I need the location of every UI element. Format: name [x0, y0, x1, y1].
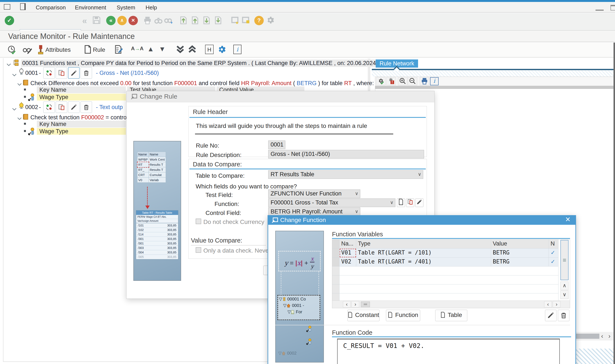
- empty-row[interactable]: [340, 285, 549, 293]
- move-down-button[interactable]: ▼: [159, 45, 166, 53]
- shortcut-button[interactable]: [242, 16, 250, 26]
- close-icon[interactable]: ×: [565, 215, 570, 224]
- control-field-select[interactable]: BETRG HR Payroll: Amount∨: [268, 208, 360, 216]
- translate-button[interactable]: A→A: [131, 46, 144, 52]
- data-check-checkbox[interactable]: [196, 247, 201, 253]
- edit-variable-button[interactable]: [545, 310, 557, 321]
- col-header-name[interactable]: Na...: [340, 240, 356, 248]
- empty-cell[interactable]: [549, 266, 559, 275]
- delete-rule-button[interactable]: [81, 101, 92, 113]
- find-next-button[interactable]: +: [164, 16, 173, 25]
- row-selector[interactable]: [332, 275, 340, 285]
- edit-document-button[interactable]: [114, 45, 123, 55]
- help-button[interactable]: ?: [254, 16, 264, 25]
- restore-button[interactable]: [611, 5, 615, 11]
- collapse-all-button[interactable]: [188, 45, 197, 55]
- row-selector[interactable]: [332, 293, 340, 300]
- system-menu-icon[interactable]: [4, 4, 10, 10]
- currency-checkbox[interactable]: [196, 219, 201, 224]
- copy-rule-button[interactable]: [56, 101, 67, 113]
- expand-all-button[interactable]: [176, 45, 185, 55]
- delete-variable-button[interactable]: [558, 310, 569, 321]
- back-button[interactable]: «: [106, 16, 116, 25]
- rule-no-field[interactable]: 0001: [268, 141, 285, 149]
- wage-type-item[interactable]: Wage Type: [37, 94, 126, 101]
- scroll-left-button[interactable]: ‹: [343, 301, 351, 308]
- empty-cell[interactable]: [549, 293, 559, 300]
- check-network-button[interactable]: [376, 77, 385, 85]
- find-button[interactable]: [154, 16, 163, 25]
- row-selector[interactable]: [332, 248, 340, 258]
- print-button[interactable]: [143, 16, 152, 26]
- test-field-select[interactable]: ZFUNCTION User Function∨: [268, 190, 360, 198]
- scroll-left-icon[interactable]: ‹: [601, 332, 603, 340]
- var-value-cell[interactable]: BETRG: [491, 248, 549, 258]
- change-function-titlebar[interactable]: Change Function ×: [268, 216, 575, 225]
- zoom-in-button[interactable]: [398, 77, 407, 85]
- var-checked-cell[interactable]: ✓: [549, 258, 559, 266]
- cancel-button[interactable]: ×: [128, 16, 138, 25]
- minimize-button[interactable]: [596, 10, 604, 11]
- empty-row[interactable]: [340, 266, 549, 275]
- scroll-up-button[interactable]: ∧: [560, 281, 569, 290]
- rule-description-field[interactable]: Gross - Net (/101-/560): [268, 150, 424, 158]
- scroll-right-icon[interactable]: ›: [608, 332, 611, 340]
- menu-help[interactable]: Help: [146, 4, 157, 11]
- check-condition-text[interactable]: Check test function F000002 = control fi…: [30, 114, 136, 121]
- check-consistency-button[interactable]: [7, 45, 16, 55]
- previous-page-button[interactable]: [191, 16, 199, 26]
- menu-environment[interactable]: Environment: [75, 4, 106, 11]
- scroll-left-button[interactable]: ‹: [544, 301, 552, 308]
- header-toggle-button[interactable]: H: [205, 45, 214, 54]
- settings-gear-button[interactable]: [217, 45, 226, 55]
- scroll-right-button[interactable]: ›: [553, 301, 560, 308]
- var-name-cell[interactable]: V01: [340, 248, 356, 258]
- function-code-editor[interactable]: C_RESULT = V01 + V02.: [337, 338, 560, 364]
- scrollbar-thumb[interactable]: [576, 334, 599, 339]
- menu-comparison[interactable]: Comparison: [36, 4, 66, 11]
- new-session-button[interactable]: ★: [231, 16, 240, 26]
- scroll-down-button[interactable]: ∨: [560, 290, 569, 299]
- var-checked-cell[interactable]: ✓: [549, 248, 559, 258]
- move-up-button[interactable]: ▲: [147, 45, 154, 53]
- display-change-button[interactable]: [22, 45, 32, 55]
- delete-rule-button[interactable]: [81, 67, 92, 79]
- row-selector[interactable]: [332, 266, 340, 275]
- function-select[interactable]: F000001 Gross - Total Tax∨: [268, 198, 395, 207]
- table-to-compare-select[interactable]: RT Results Table∨: [268, 170, 423, 179]
- empty-row[interactable]: [340, 275, 549, 285]
- create-function-button[interactable]: [397, 198, 405, 207]
- rule-number[interactable]: 0001: [25, 70, 38, 76]
- toggle-rule-status-button[interactable]: [43, 67, 55, 79]
- copy-function-button[interactable]: [406, 198, 414, 207]
- col-header-n[interactable]: N: [549, 240, 559, 248]
- enter-button[interactable]: ✓: [5, 16, 14, 25]
- chevron-down-icon[interactable]: [12, 106, 17, 112]
- col-header-type[interactable]: Type: [356, 240, 491, 248]
- rule-button[interactable]: Rule: [93, 46, 105, 53]
- row-selector[interactable]: [332, 285, 340, 293]
- selector-header-cell[interactable]: [332, 240, 340, 248]
- empty-cell[interactable]: [549, 285, 559, 293]
- tree-root-label[interactable]: 00031 Functions text , Compare PY data f…: [21, 59, 382, 67]
- var-type-cell[interactable]: Table RT(LGART = /401): [356, 258, 491, 266]
- empty-row[interactable]: [340, 293, 549, 300]
- rule-description-link[interactable]: - Gross - Net (/101-/560): [96, 70, 159, 76]
- chevron-down-icon[interactable]: [12, 71, 17, 78]
- empty-cell[interactable]: [549, 275, 559, 285]
- copy-rule-button[interactable]: [56, 67, 67, 79]
- change-rule-titlebar[interactable]: Change Rule: [126, 91, 434, 102]
- edit-function-button[interactable]: [415, 198, 424, 207]
- var-value-cell[interactable]: BETRG: [491, 258, 549, 266]
- first-page-button[interactable]: [179, 16, 188, 26]
- toggle-rule-status-button[interactable]: [43, 101, 55, 113]
- chevron-down-icon[interactable]: [17, 81, 22, 88]
- last-page-button[interactable]: [214, 16, 222, 26]
- chevron-down-icon[interactable]: [17, 115, 22, 122]
- layout-gear-button[interactable]: [266, 16, 275, 26]
- horizontal-scrollbar[interactable]: ‹ › ‹ ›: [332, 300, 570, 308]
- collapse-icon[interactable]: «: [82, 16, 87, 26]
- edit-rule-button[interactable]: [68, 67, 80, 79]
- wage-type-item[interactable]: Wage Type: [37, 128, 126, 135]
- scroll-right-button[interactable]: ›: [352, 301, 359, 308]
